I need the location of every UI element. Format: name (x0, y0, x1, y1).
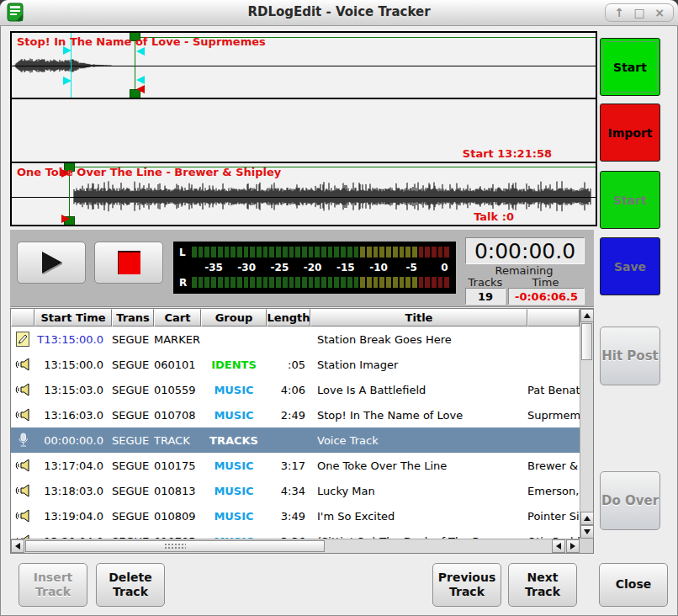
insert-track-button[interactable]: Insert Track (19, 563, 87, 607)
cell-trans: SEGUE (112, 333, 154, 346)
cell-start-time: T13:15:00.0 (34, 333, 112, 346)
vu-left-label: L (179, 247, 186, 258)
segue-marker-top[interactable] (136, 47, 145, 56)
track2-title: One Toke Over The Line - Brewer & Shiple… (17, 166, 281, 178)
cell-trans: SEGUE (112, 510, 154, 523)
segue-marker-bottom[interactable] (136, 76, 145, 84)
cell-start-time: 13:15:03.0 (34, 384, 112, 396)
scroll-up-bottom-icon[interactable] (580, 512, 594, 525)
table-row[interactable]: 13:16:03.0SEGUE010708MUSIC2:49Stop! In T… (11, 402, 580, 427)
column-header-artist[interactable] (527, 309, 580, 327)
speaker-icon (11, 408, 34, 422)
table-row-selected[interactable]: 00:00:00.0SEGUETRACKTRACKSVoice Track (11, 427, 580, 453)
cell-artist: Brewer & Sh (527, 459, 580, 472)
play-button[interactable] (17, 242, 86, 284)
track-gap-panel: Start 13:21:58 (12, 99, 596, 163)
vu-scale: -35-30-25-20-15-10-50 (192, 262, 449, 273)
vertical-scrollbar-thumb[interactable] (581, 323, 592, 360)
cell-start-time: 13:15:00.0 (34, 358, 112, 371)
close-button[interactable]: Close (599, 563, 668, 607)
column-header-length[interactable]: Length (267, 309, 310, 327)
shade-window-icon[interactable]: ↑ (611, 5, 628, 20)
stop-icon (118, 251, 140, 274)
horizontal-scrollbar-thumb[interactable] (25, 540, 325, 552)
table-row[interactable]: 13:17:04.0SEGUE010175MUSIC3:17One Toke O… (11, 453, 580, 478)
cell-group: MUSIC (201, 459, 267, 472)
table-row[interactable]: 13:18:03.0SEGUE010813MUSIC4:34Lucky ManE… (11, 478, 580, 503)
maximize-window-icon[interactable]: □ (631, 5, 648, 20)
cell-title: Voice Track (310, 434, 527, 447)
previous-track-button[interactable]: Previous Track (432, 563, 501, 607)
cell-length: 3:17 (267, 459, 310, 472)
play-icon (37, 250, 66, 275)
log-table-header: Start Time Trans Cart Group Length Title (11, 309, 580, 327)
cell-trans: SEGUE (112, 358, 154, 371)
scroll-down-icon[interactable] (580, 525, 594, 539)
track1-title: Stop! In The Name of Love - Suprmemes (17, 35, 266, 48)
cell-cart: 010559 (154, 384, 201, 396)
cell-cart: 010708 (154, 409, 201, 422)
vu-scale-tick: -15 (336, 262, 355, 273)
vu-scale-tick: -20 (304, 262, 322, 273)
horizontal-scrollbar[interactable] (11, 539, 580, 553)
cell-trans: SEGUE (112, 485, 154, 497)
scroll-left-icon[interactable] (11, 539, 24, 553)
start-point-marker[interactable] (136, 85, 145, 93)
cell-artist: Suprmemes (527, 409, 580, 422)
vu-left-bar (192, 247, 449, 258)
column-header-cart[interactable]: Cart (154, 309, 201, 327)
scroll-up-icon[interactable] (580, 309, 594, 322)
import-button[interactable]: Import (600, 104, 660, 162)
hit-post-button[interactable]: Hit Post (600, 327, 660, 385)
column-header-start-time[interactable]: Start Time (34, 309, 112, 327)
window-controls: ↑ □ × (605, 3, 674, 22)
cell-title: I'm So Excited (310, 510, 527, 523)
cell-length: 4:34 (267, 485, 310, 497)
cell-title: Stop! In The Name of Love (310, 409, 527, 422)
scroll-right-icon[interactable] (566, 539, 580, 553)
cell-group: MUSIC (201, 510, 267, 523)
start-play-button[interactable]: Start (600, 171, 660, 229)
save-button[interactable]: Save (600, 237, 660, 295)
window-title: RDLogEdit - Voice Tracker (0, 4, 678, 19)
do-over-button[interactable]: Do Over (600, 471, 660, 530)
cell-artist: Emerson, La (527, 485, 580, 497)
cell-title: Lucky Man (310, 485, 527, 497)
note-icon (11, 332, 34, 347)
column-header-icon[interactable] (11, 309, 34, 327)
scrollbar-grip (164, 543, 186, 550)
stop-button[interactable] (94, 242, 163, 284)
table-row[interactable]: 13:19:04.0SEGUE010809MUSIC3:49I'm So Exc… (11, 503, 580, 528)
track2-start-marker-bottom[interactable] (61, 215, 70, 223)
cell-start-time: 13:18:03.0 (34, 485, 112, 497)
vertical-scrollbar[interactable] (580, 309, 593, 539)
close-window-icon[interactable]: × (651, 5, 668, 20)
cell-group: TRACKS (201, 434, 267, 447)
start-record-button[interactable]: Start (600, 38, 660, 96)
table-row[interactable]: 13:20:04.0SEGUE010705MUSIC3:36(Sittin' O… (11, 528, 580, 539)
fade-marker-bottom[interactable] (63, 77, 72, 85)
elapsed-time-display: 0:00:00.0 (465, 237, 585, 264)
tracks-label: Tracks (465, 276, 506, 289)
transport-strip: L -35-30-25-20-15-10-50 R 0:00:00.0 Rema… (10, 230, 594, 307)
cell-start-time: 13:17:04.0 (34, 459, 112, 472)
cell-group: MUSIC (201, 384, 267, 396)
cell-cart: 010813 (154, 485, 201, 497)
cell-artist: Pat Benatar (527, 384, 580, 396)
cell-cart: 060101 (154, 358, 201, 371)
mic-icon (11, 433, 34, 449)
cell-start-time: 13:19:04.0 (34, 510, 112, 523)
column-header-trans[interactable]: Trans (112, 309, 154, 327)
track1-waveform-panel: Stop! In The Name of Love - Suprmemes (12, 33, 596, 99)
column-header-title[interactable]: Title (310, 309, 527, 327)
table-row[interactable]: 13:15:00.0SEGUE060101IDENTS:05Station Im… (11, 352, 580, 377)
table-row[interactable]: T13:15:00.0SEGUEMARKERStation Break Goes… (11, 327, 580, 352)
next-track-button[interactable]: Next Track (508, 563, 577, 607)
speaker-icon (11, 459, 34, 472)
scroll-left-end-icon[interactable] (552, 539, 565, 553)
cell-artist: Pointer Sist (527, 510, 580, 523)
column-header-group[interactable]: Group (201, 309, 267, 327)
table-row[interactable]: 13:15:03.0SEGUE010559MUSIC4:06Love Is A … (11, 377, 580, 402)
delete-track-button[interactable]: Delete Track (96, 563, 165, 607)
vu-scale-tick: -25 (271, 262, 289, 273)
